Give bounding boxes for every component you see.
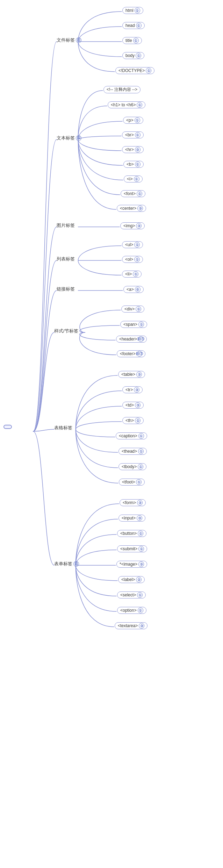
- leaf-label: <thead>: [122, 449, 137, 454]
- leaf-label: <a>: [127, 287, 134, 292]
- leaf-label: <hr>: [125, 147, 134, 152]
- leaf-label: <caption>: [119, 433, 137, 438]
- leaf-node-5-3: <footer>回①: [117, 350, 145, 357]
- leaf-label: <input>: [122, 516, 136, 521]
- category-1: 文本标签回: [57, 135, 81, 141]
- leaf-badge: ①: [133, 271, 138, 277]
- leaf-badge: ①: [138, 322, 144, 327]
- leaf-label: <!DOCTYPE>: [118, 68, 145, 73]
- leaf-node-7-4: *<image>③: [116, 561, 147, 568]
- leaf-badge: ①: [136, 479, 142, 485]
- leaf-label: <i>: [127, 177, 133, 181]
- leaf-node-7-0: <form>③: [120, 499, 146, 506]
- category-label: 表格标签: [54, 425, 72, 431]
- leaf-badge: ①: [136, 53, 141, 58]
- leaf-badge: ①: [138, 531, 143, 536]
- leaf-label: head: [125, 23, 135, 28]
- leaf-node-0-4: <!DOCTYPE>①: [115, 67, 154, 74]
- leaf-node-6-2: <td>③: [122, 402, 144, 409]
- leaf-label: <option>: [120, 608, 137, 613]
- leaf-label: <img>: [123, 223, 135, 228]
- leaf-badge: ③: [136, 372, 142, 377]
- leaf-node-1-6: <i>①: [124, 175, 143, 182]
- category-badge: 回: [76, 37, 81, 43]
- category-label: 链接标签: [57, 286, 75, 292]
- leaf-label: <ol>: [125, 257, 133, 262]
- leaf-label: <td>: [125, 403, 134, 408]
- leaf-node-3-1: <ol>①: [122, 256, 143, 263]
- category-label: 样式/节标签: [54, 328, 78, 334]
- leaf-label: <header>: [119, 337, 137, 342]
- leaf-node-6-1: <tr>③: [122, 386, 143, 393]
- leaf-node-6-4: <caption>①: [116, 432, 147, 439]
- leaf-node-6-7: <tfoot>①: [119, 479, 145, 486]
- leaf-badge: ③: [139, 623, 144, 629]
- leaf-node-1-0: <!-- 注释内容 -->: [103, 86, 141, 93]
- leaf-label: <font>: [124, 191, 136, 196]
- leaf-badge: ③: [137, 500, 143, 505]
- category-2: 图片标签: [57, 222, 75, 229]
- leaf-label: <b>: [127, 162, 134, 167]
- leaf-node-1-1: <h1> to <h6>①: [108, 101, 145, 108]
- category-3: 列表标签: [57, 256, 75, 262]
- leaf-node-3-0: <ul>①: [122, 241, 143, 248]
- leaf-node-1-7: <font>①: [121, 190, 145, 197]
- category-label: 文件标签: [57, 37, 75, 43]
- leaf-label: <button>: [120, 531, 137, 536]
- leaf-label: <th>: [125, 418, 134, 423]
- leaf-node-6-6: <tbody>①: [118, 463, 146, 470]
- category-badge: 回: [73, 561, 79, 567]
- leaf-node-7-7: <option>①: [117, 607, 146, 614]
- leaf-badge: ①: [138, 433, 144, 439]
- leaf-node-2-0: <img>③: [120, 222, 145, 229]
- leaf-label: <footer>: [120, 351, 136, 356]
- leaf-badge: ①: [134, 176, 139, 182]
- leaf-node-7-8: <textarea>③: [115, 622, 148, 629]
- leaf-label: <li>: [125, 272, 132, 277]
- leaf-node-0-1: head①: [122, 22, 145, 29]
- leaf-node-6-5: <thead>①: [118, 448, 147, 455]
- category-7: 表单标签回: [54, 561, 79, 567]
- leaf-badge: ①: [138, 608, 143, 613]
- leaf-node-7-3: <submit>①: [117, 545, 147, 552]
- leaf-node-3-2: <li>①: [122, 271, 142, 278]
- leaf-node-7-1: <input>③: [118, 515, 145, 522]
- leaf-node-0-0: html①: [122, 7, 143, 14]
- leaf-badge: ③: [137, 515, 142, 521]
- leaf-badge: ⑤: [135, 287, 141, 292]
- leaf-label: <tfoot>: [122, 480, 135, 485]
- leaf-badge: ③: [136, 223, 142, 229]
- mind-map: 文件标签回html①head①title①body①<!DOCTYPE>①文本标…: [0, 0, 223, 868]
- leaf-badge: ③: [138, 561, 144, 567]
- leaf-label: <!-- 注释内容 -->: [107, 87, 137, 93]
- leaf-label: <ul>: [125, 242, 133, 247]
- leaf-label: <table>: [121, 372, 135, 377]
- category-6: 表格标签: [54, 425, 72, 431]
- category-badge: 回: [76, 135, 81, 141]
- leaf-node-7-5: <label>②: [118, 576, 145, 583]
- leaf-badge: ①: [135, 117, 140, 123]
- leaf-badge: ①: [138, 449, 144, 454]
- leaf-label: <select>: [120, 593, 136, 597]
- leaf-label: <p>: [126, 118, 134, 123]
- leaf-node-7-6: <select>①: [117, 591, 146, 598]
- leaf-label: *<image>: [120, 562, 137, 567]
- category-0: 文件标签回: [57, 37, 81, 43]
- leaf-node-5-0: <div>①: [121, 306, 144, 313]
- leaf-node-1-8: <center>③: [117, 205, 146, 212]
- leaf-badge: ①: [137, 191, 142, 196]
- leaf-badge: ①: [136, 23, 142, 28]
- leaf-label: html: [125, 8, 134, 13]
- leaf-badge: ②: [136, 577, 142, 582]
- leaf-badge: ①: [137, 592, 143, 598]
- connector-lines: [0, 0, 223, 868]
- leaf-node-5-2: <header>回①: [116, 336, 147, 343]
- leaf-label: <span>: [123, 322, 137, 327]
- leaf-node-1-3: <br>①: [122, 131, 144, 138]
- leaf-node-0-3: body①: [122, 52, 144, 59]
- leaf-badge: ①: [138, 464, 143, 469]
- leaf-node-5-1: <span>①: [120, 321, 147, 328]
- leaf-node-1-5: <b>①: [123, 161, 144, 168]
- leaf-label: <form>: [123, 500, 136, 505]
- category-label: 列表标签: [57, 256, 75, 262]
